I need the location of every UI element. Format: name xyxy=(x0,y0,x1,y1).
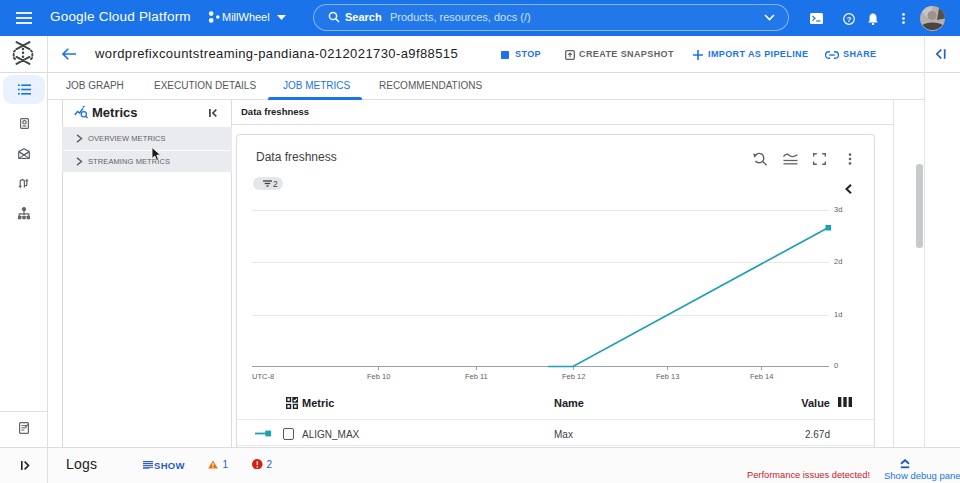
svg-text:?: ? xyxy=(847,15,852,24)
